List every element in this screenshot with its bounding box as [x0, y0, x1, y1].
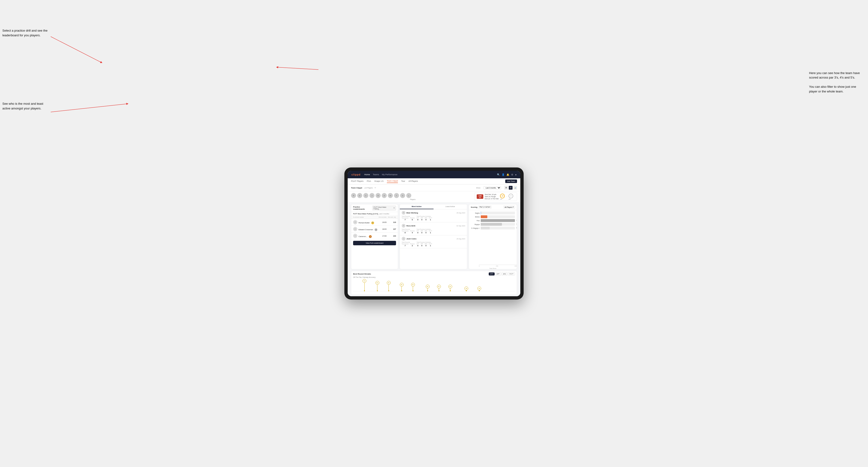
- avatar-10[interactable]: L: [406, 193, 411, 198]
- nav-teams[interactable]: Teams: [373, 173, 379, 176]
- team-name: Team Clippd: [351, 187, 362, 189]
- scoring-filter-par[interactable]: Par 3, 4 & 5s ▾: [478, 206, 492, 209]
- pc-putt-2: PUTT 1: [429, 230, 432, 234]
- svg-line-0: [51, 36, 101, 63]
- lb-player-info-3: Cameron... ③: [359, 234, 378, 238]
- lb-table-header: PLAYER NAME PB SCORE PB AVG SQ: [351, 216, 398, 219]
- annotation-top-right: Here you can see how the team have score…: [809, 66, 861, 94]
- shot-connector: →: [506, 195, 507, 198]
- pc-name-2: Rees Britt: [406, 225, 456, 227]
- subnav-all-players[interactable]: All Players: [408, 180, 418, 183]
- bar-value: 131: [516, 227, 517, 228]
- chart-view-icon[interactable]: 📊: [513, 186, 517, 190]
- avatar-3[interactable]: C: [363, 193, 368, 198]
- bar-label: Eagles: [471, 212, 480, 214]
- bar-track: 499: [481, 219, 515, 222]
- navbar-links: Home Teams My Performance: [364, 173, 493, 176]
- lb-row-3[interactable]: C Cameron... ③ 17/20 103: [351, 232, 398, 239]
- tab-most-active[interactable]: Most Active: [400, 204, 434, 209]
- lb-score-3: 17/20: [378, 235, 386, 237]
- avatar-8[interactable]: T: [394, 193, 399, 198]
- avatar-7[interactable]: M: [388, 193, 393, 198]
- show-select[interactable]: Last 3 months Last 6 months This year: [484, 186, 501, 189]
- avatar-1[interactable]: R: [351, 193, 356, 198]
- list-view-icon[interactable]: ☰: [509, 186, 513, 190]
- avatar-4[interactable]: J: [369, 193, 375, 198]
- tab-putt[interactable]: PUTT: [508, 272, 515, 276]
- lb-avg-3: 103: [386, 235, 396, 237]
- annotation-top-left: Select a practice drill and see the lead…: [2, 28, 50, 37]
- lb-avatar-3: C: [353, 234, 357, 238]
- leaderboard-dropdown[interactable]: PUTT Must Make Putting... ▾: [372, 206, 396, 210]
- tab-least-active[interactable]: Least Active: [434, 204, 467, 209]
- streak-bubble: 3x: [477, 286, 481, 290]
- three-columns: Practice Leaderboards PUTT Must Make Put…: [348, 203, 520, 271]
- nav-home[interactable]: Home: [364, 173, 370, 176]
- view-full-leaderboard-btn[interactable]: View Full Leaderboard: [353, 241, 396, 245]
- streak-bubble: 6x: [387, 281, 391, 285]
- avatar-2[interactable]: E: [357, 193, 362, 198]
- pc-avatar-2: R: [402, 224, 405, 228]
- streak-stem: [389, 285, 389, 290]
- pc-app-2: APP 0: [421, 230, 423, 234]
- shot-badge: 198 SG: [477, 194, 483, 199]
- subnav-hcaps[interactable]: Hcaps 1-5: [374, 180, 383, 183]
- streak-stem: [439, 288, 439, 290]
- pc-stat-row-2: Tournament 8 Practice 4: [402, 230, 415, 234]
- pc-rounds-group-2: Total Rounds Tournament 8 Practice 4: [402, 228, 415, 234]
- avatar-6[interactable]: A: [382, 193, 387, 198]
- activity-tabs: Most Active Least Active: [400, 204, 467, 210]
- shot-info: Shot Dist: 16 yds Start Lie: Rough End L…: [485, 193, 499, 200]
- pc-tournament-2: Tournament 8: [402, 230, 408, 234]
- tab-ott[interactable]: OTT: [489, 272, 495, 276]
- lb-row-1[interactable]: R Richard Butler 🏅 19/20 110: [351, 219, 398, 226]
- avatars-section: R E C J B A M T S L Players: [348, 191, 520, 203]
- streak-bubble: 4x: [426, 285, 430, 288]
- pc-date-2: 02 Sep 2023: [456, 225, 465, 227]
- pc-tournament-1: Tournament 7: [402, 217, 408, 221]
- lb-row-2[interactable]: E Edward Crossman ② 18/20 107: [351, 226, 398, 232]
- subnav-pgat[interactable]: PGAT Players: [351, 180, 364, 183]
- streaks-title: Best Round Streaks: [353, 273, 489, 275]
- bar-fill: 131: [481, 227, 490, 229]
- pc-ott-3: OTT 0: [416, 243, 419, 247]
- leaderboards-title: Practice Leaderboards: [353, 206, 372, 210]
- subnav-team-clippd[interactable]: Team Clippd: [387, 180, 398, 183]
- bell-icon[interactable]: 🔔: [506, 173, 509, 176]
- avatar-9[interactable]: S: [400, 193, 405, 198]
- add-team-button[interactable]: Add Team: [505, 180, 517, 183]
- scoring-header: Scoring Par 3, 4 & 5s ▾ All Players ▾: [469, 204, 517, 210]
- edit-icon[interactable]: ✏: [375, 187, 376, 189]
- pc-stat-row-3: Tournament 7 Practice 2: [402, 243, 415, 247]
- pc-date-1: 26 Aug 2023: [456, 212, 465, 214]
- scoring-filter-players[interactable]: All Players ▾: [503, 206, 515, 209]
- subnav-tour[interactable]: Tour: [401, 180, 405, 183]
- tablet-device: clippd Home Teams My Performance 🔍 👤 🔔 ⚙…: [344, 167, 524, 300]
- pc-activities-group-3: Total Practice Activities OTT 0 APP 0: [416, 242, 432, 247]
- player-card-3: J Josh Coles 26 Aug 2023 Total Rounds To…: [400, 236, 467, 248]
- pc-putt-3: PUTT 1: [429, 243, 432, 247]
- settings-icon[interactable]: ⚙: [511, 173, 513, 176]
- tablet-screen: clippd Home Teams My Performance 🔍 👤 🔔 ⚙…: [348, 171, 520, 296]
- avatars-wrapper: R E C J B A M T S L Players: [351, 193, 474, 200]
- streak-point: 4x: [437, 285, 441, 291]
- nav-my-performance[interactable]: My Performance: [382, 173, 398, 176]
- subnav-pga[interactable]: PGA: [367, 180, 371, 183]
- player-card-1: B Blair McHarg 26 Aug 2023 Total Rounds …: [400, 210, 467, 222]
- avatar-icon[interactable]: ●: [515, 173, 517, 176]
- tab-arg[interactable]: ARG: [501, 272, 507, 276]
- pc-name-3: Josh Coles: [406, 238, 456, 240]
- person-icon[interactable]: 👤: [502, 173, 504, 176]
- pc-stats-3: Total Rounds Tournament 7 Practice 2: [402, 242, 465, 247]
- pc-tournament-3: Tournament 7: [402, 243, 408, 247]
- avatar-5[interactable]: B: [375, 193, 381, 198]
- streak-bubble: 5x: [411, 283, 415, 286]
- team-header: Team Clippd | 14 Players ✏ Show: Last 3 …: [348, 184, 520, 191]
- chart-footer: Total Shots: [469, 268, 517, 269]
- activity-col: Most Active Least Active B Blair McHarg …: [400, 204, 467, 269]
- tab-app[interactable]: APP: [495, 272, 501, 276]
- search-icon[interactable]: 🔍: [497, 173, 500, 176]
- grid-view-icon[interactable]: ⊞: [504, 186, 508, 190]
- bar-label: Birdies: [471, 216, 480, 218]
- scoring-title: Scoring: [471, 206, 477, 208]
